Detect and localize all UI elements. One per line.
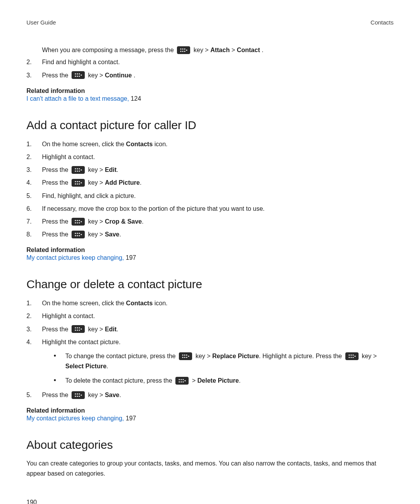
heading-change-delete-picture: Change or delete a contact picture <box>26 278 394 291</box>
svg-point-60 <box>352 354 354 355</box>
svg-point-3 <box>182 51 184 52</box>
bullet-text: To delete the contact picture, press the… <box>65 376 394 386</box>
svg-point-63 <box>179 379 180 380</box>
step-number: 1. <box>26 139 42 149</box>
text: Press the <box>42 231 70 238</box>
link-cant-attach[interactable]: I can't attach a file to a text message, <box>26 95 131 102</box>
svg-point-31 <box>77 222 78 223</box>
text: . <box>119 392 121 398</box>
svg-point-11 <box>79 74 80 75</box>
svg-point-46 <box>79 327 80 329</box>
related-link-row: My contact pictures keep changing, 197 <box>26 254 394 261</box>
svg-point-56 <box>348 354 350 355</box>
text: . Highlight a picture. Press the <box>259 353 344 359</box>
svg-point-55 <box>188 355 189 357</box>
svg-point-62 <box>354 355 355 357</box>
bb-menu-key-icon <box>72 231 85 238</box>
svg-point-44 <box>77 327 78 329</box>
add-step-1: 1. On the home screen, click the Contact… <box>26 139 394 149</box>
text: key <box>362 353 373 359</box>
sub-bullet-delete: • To delete the contact picture, press t… <box>54 376 394 386</box>
text: Press the <box>42 179 70 186</box>
svg-point-74 <box>79 393 80 394</box>
menu-edit: Edit <box>105 166 117 173</box>
menu-contact: Contact <box>237 47 260 53</box>
text: When you are composing a message, press … <box>42 47 175 53</box>
step-number: 2. <box>26 152 42 162</box>
page-ref: 197 <box>126 415 136 422</box>
text: Press the <box>42 392 70 398</box>
step-number: 4. <box>26 337 42 347</box>
svg-point-37 <box>77 233 78 234</box>
svg-point-20 <box>80 169 82 170</box>
step-number: 4. <box>26 177 42 188</box>
contacts-icon-label: Contacts <box>126 141 152 147</box>
text: . <box>107 363 108 369</box>
text: . <box>133 72 135 79</box>
step-number: 6. <box>26 203 42 214</box>
step-number: 3. <box>26 164 42 175</box>
step-text: If necessary, move the crop box to the p… <box>42 203 394 214</box>
svg-point-66 <box>181 381 182 382</box>
related-info-heading: Related information <box>26 247 394 254</box>
svg-point-49 <box>182 354 184 355</box>
svg-point-0 <box>180 48 182 49</box>
step-number: 2. <box>26 57 42 67</box>
text: On the home screen, click the <box>42 141 126 147</box>
step-number: 3. <box>26 324 42 334</box>
svg-point-30 <box>77 220 78 221</box>
menu-delete-picture: Delete Picture <box>198 377 239 384</box>
svg-point-25 <box>79 181 80 182</box>
text: . <box>117 166 118 173</box>
svg-point-67 <box>183 379 184 380</box>
link-pictures-changing[interactable]: My contact pictures keep changing, <box>26 254 126 261</box>
svg-point-33 <box>79 222 80 223</box>
bullet-text: To change the contact picture, press the… <box>65 351 394 372</box>
bb-menu-key-icon <box>72 391 85 399</box>
svg-point-42 <box>75 327 76 329</box>
text: key > <box>88 72 105 79</box>
text: key > <box>194 47 210 53</box>
step-text: Press the key > Crop & Save. <box>42 216 394 227</box>
svg-point-4 <box>184 48 186 49</box>
step-text: Press the key > Save. <box>42 390 394 400</box>
svg-point-28 <box>75 220 76 221</box>
svg-point-64 <box>179 381 180 382</box>
step-number: 3. <box>26 70 42 80</box>
text: Press the <box>42 166 70 173</box>
svg-point-45 <box>77 330 78 331</box>
text: key > <box>88 166 105 173</box>
menu-edit: Edit <box>105 326 117 332</box>
bb-menu-key-icon <box>175 377 189 385</box>
text: . <box>140 179 141 186</box>
text: key > <box>88 179 105 186</box>
svg-point-19 <box>79 170 80 172</box>
step-text: Press the key > Edit. <box>42 164 394 175</box>
svg-point-73 <box>77 396 78 397</box>
svg-point-26 <box>79 183 80 184</box>
menu-save: Save <box>105 392 119 398</box>
menu-select-picture: Select Picture <box>65 363 107 369</box>
svg-point-69 <box>185 380 186 381</box>
step-number: 5. <box>26 390 42 400</box>
svg-point-23 <box>77 181 78 182</box>
bb-menu-key-icon <box>72 71 85 79</box>
svg-point-65 <box>181 379 182 380</box>
svg-point-47 <box>79 330 80 331</box>
add-step-8: 8. Press the key > Save. <box>26 229 394 240</box>
link-pictures-changing[interactable]: My contact pictures keep changing, <box>26 415 126 422</box>
menu-attach: Attach <box>210 47 230 53</box>
svg-point-34 <box>80 221 82 222</box>
step-number: 2. <box>26 311 42 321</box>
page-header: User Guide Contacts <box>26 19 394 26</box>
text: . <box>119 231 121 238</box>
text: key > <box>88 326 105 332</box>
change-step-2: 2. Highlight a contact. <box>26 311 394 321</box>
bb-menu-key-icon <box>177 46 190 54</box>
step-text: Find and highlight a contact. <box>42 57 394 67</box>
related-link-row: I can't attach a file to a text message,… <box>26 95 394 102</box>
sub-bullet-change: • To change the contact picture, press t… <box>54 351 394 372</box>
text: key > <box>88 231 105 238</box>
change-step-4: 4. Highlight the contact picture. <box>26 337 394 347</box>
svg-point-13 <box>80 75 82 76</box>
